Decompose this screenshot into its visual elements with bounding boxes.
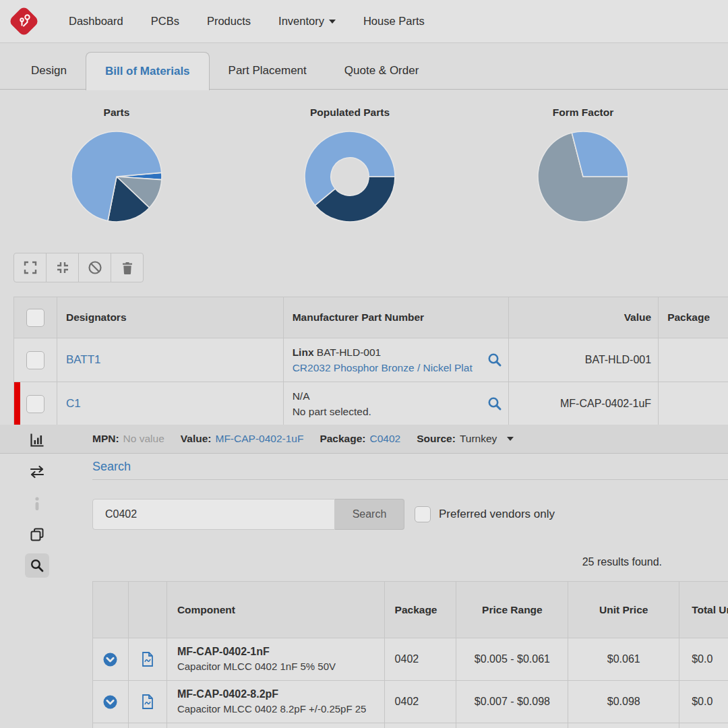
source-label: Source: — [417, 433, 456, 445]
expand-row-icon[interactable] — [102, 652, 118, 667]
collapse-all-button[interactable] — [46, 253, 79, 282]
chart-form-factor: Form Factor — [466, 107, 700, 231]
package-label: Package: — [320, 433, 365, 445]
col-designators: Designators — [57, 297, 284, 338]
expand-row-icon[interactable] — [102, 694, 118, 710]
mpn-cell-text: Linx BAT-HLD-001 CR2032 Phosphor Bronze … — [293, 344, 487, 375]
chevron-down-icon — [329, 20, 336, 24]
no-part-text: No part selected. — [293, 404, 487, 419]
result-row: MF-CAP-0402-1nF Capacitor MLCC 0402 1nF … — [93, 638, 728, 680]
unit-price-cell: $0.061 — [568, 638, 679, 680]
expand-all-button[interactable] — [13, 253, 47, 282]
datasheet-pdf-icon[interactable] — [142, 694, 154, 709]
row-checkbox[interactable] — [26, 351, 44, 369]
value-link[interactable]: MF-CAP-0402-1uF — [215, 433, 303, 445]
search-results-table: Component Package Price Range Unit Price… — [92, 581, 728, 728]
col-package: Package — [385, 582, 457, 638]
part-description-link[interactable]: CR2032 Phosphor Bronze / Nickel Plat — [293, 360, 487, 375]
macrofab-logo[interactable] — [9, 6, 40, 37]
price-range-cell: $0.007 - $0.098 — [456, 681, 568, 723]
mpn-number: N/A — [293, 390, 310, 402]
part-detail-bar: MPN: No value Value: MF-CAP-0402-1uF Pac… — [0, 425, 728, 454]
component-cell[interactable]: MF-CAP-0402-1nF Capacitor MLCC 0402 1nF … — [177, 644, 336, 674]
component-name: MF-CAP-0402-1nF — [177, 644, 336, 659]
designator-link[interactable]: C1 — [66, 397, 81, 411]
col-package: Package — [659, 297, 728, 338]
nav-item-dashboard[interactable]: Dashboard — [69, 15, 123, 28]
package-link[interactable]: C0402 — [369, 433, 400, 445]
value-cell: BAT-HLD-001 — [585, 354, 651, 366]
search-part-tool-active[interactable] — [25, 553, 49, 578]
nav-item-products[interactable]: Products — [207, 15, 251, 28]
chart-populated-parts-title: Populated Parts — [233, 107, 466, 123]
copy-part-tool[interactable] — [25, 522, 49, 547]
tab-bill-of-materials[interactable]: Bill of Materials — [86, 52, 210, 90]
col-mpn: Manufacturer Part Number — [284, 297, 510, 338]
delete-parts-button[interactable] — [111, 253, 144, 282]
tab-part-placement[interactable]: Part Placement — [210, 52, 326, 89]
mpn-value: No value — [123, 433, 164, 445]
bom-toolbar — [13, 253, 144, 282]
col-price-range: Price Range — [456, 582, 568, 638]
compress-icon — [56, 261, 69, 274]
trash-icon — [121, 261, 134, 275]
component-description: Capacitor MLCC 0402 1nF 5% 50V — [177, 659, 336, 674]
part-search-button[interactable]: Search — [335, 499, 404, 530]
detail-source-dropdown[interactable]: Source: Turnkey — [417, 433, 514, 445]
swap-arrows-icon — [29, 465, 45, 479]
logo-circuit-icon — [13, 10, 35, 32]
row-error-flag — [14, 382, 20, 425]
nav-item-inventory[interactable]: Inventory — [278, 15, 336, 28]
datasheet-pdf-icon[interactable] — [142, 652, 154, 667]
package-cell: 0402 — [385, 681, 457, 723]
col-datasheet — [129, 582, 167, 638]
component-cell[interactable]: MF-CAP-0402-8.2pF Capacitor MLCC 0402 8.… — [177, 687, 367, 717]
populated-parts-donut — [296, 123, 404, 231]
tab-design[interactable]: Design — [12, 52, 86, 89]
value-cell: MF-CAP-0402-1uF — [560, 398, 651, 410]
expand-icon — [24, 261, 37, 274]
detail-value-field: Value: MF-CAP-0402-1uF — [181, 433, 304, 445]
pricing-chart-tool[interactable] — [25, 427, 49, 452]
search-part-icon[interactable] — [487, 352, 503, 368]
col-expand — [93, 582, 129, 638]
results-header-row: Component Package Price Range Unit Price… — [93, 582, 728, 638]
section-divider — [92, 479, 728, 480]
exclude-parts-button[interactable] — [78, 253, 111, 282]
bom-summary-charts: Parts Populated Parts Form Factor — [0, 107, 728, 231]
result-row: MF-CAP-0402-8.2pF Capacitor MLCC 0402 8.… — [93, 680, 728, 723]
bom-header-row: Designators Manufacturer Part Number Val… — [14, 297, 728, 338]
total-unit-price-cell: $0.0 — [679, 681, 728, 723]
row-checkbox[interactable] — [26, 395, 44, 413]
nav-item-inventory-label: Inventory — [278, 15, 324, 28]
search-section-title[interactable]: Search — [92, 460, 131, 474]
nav-item-pcbs[interactable]: PCBs — [151, 15, 179, 28]
col-unit-price: Unit Price — [568, 582, 679, 638]
manufacturer-name: Linx — [293, 346, 314, 358]
part-search-form: Search Preferred vendors only — [92, 499, 555, 530]
package-cell: 0402 — [385, 638, 457, 680]
bar-chart-icon — [30, 432, 45, 448]
preferred-vendors-checkbox[interactable] — [415, 506, 431, 522]
chart-populated-parts: Populated Parts — [233, 107, 466, 231]
mpn-label: MPN: — [92, 433, 119, 445]
total-unit-price-cell: $0.0 — [679, 638, 728, 680]
col-component: Component — [167, 582, 385, 638]
bom-row-c1: C1 N/A No part selected. MF-CAP-0402-1uF — [14, 382, 728, 425]
chart-parts: Parts — [0, 107, 233, 231]
part-search-input[interactable] — [92, 499, 335, 530]
ban-icon — [88, 260, 102, 275]
designator-link[interactable]: BATT1 — [66, 353, 101, 367]
detail-mpn-field: MPN: No value — [92, 433, 164, 445]
part-info-tool-disabled — [25, 491, 49, 516]
tab-quote-order[interactable]: Quote & Order — [326, 52, 438, 89]
detail-package-field: Package: C0402 — [320, 433, 400, 445]
select-all-checkbox[interactable] — [26, 309, 44, 327]
swap-part-tool[interactable] — [25, 460, 49, 484]
search-part-icon[interactable] — [487, 396, 503, 412]
nav-item-house-parts[interactable]: House Parts — [363, 15, 425, 28]
price-range-cell: $0.005 - $0.061 — [456, 638, 568, 680]
col-total-unit-price: Total Uni — [679, 582, 728, 638]
top-navbar: Dashboard PCBs Products Inventory House … — [0, 0, 728, 43]
source-value: Turnkey — [460, 433, 497, 445]
